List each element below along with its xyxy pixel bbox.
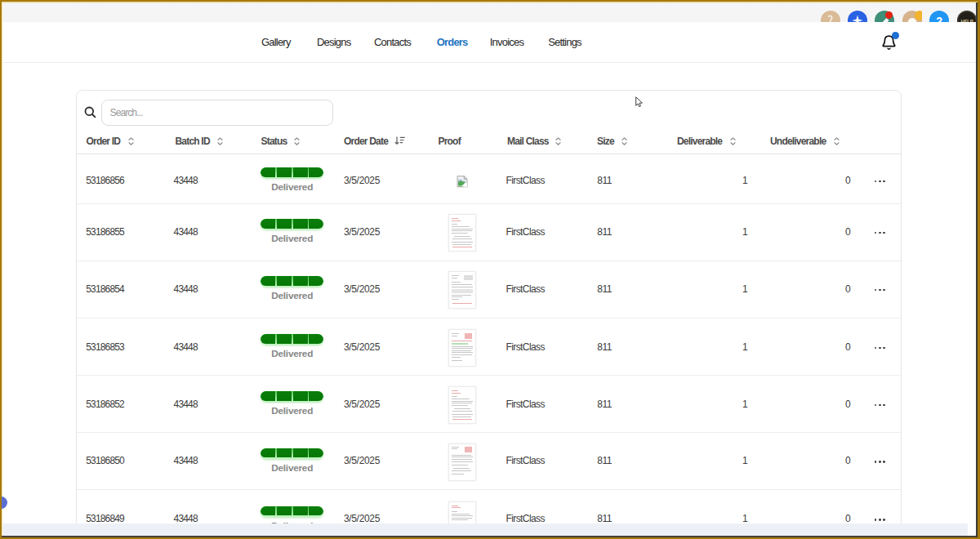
svg-text:2: 2: [936, 14, 942, 22]
